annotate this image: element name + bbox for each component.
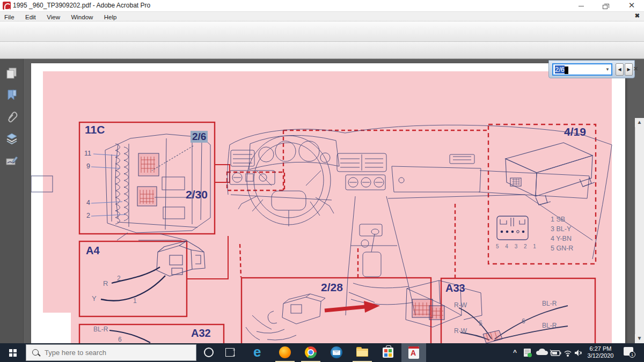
- menu-file[interactable]: File: [0, 13, 19, 21]
- a32-wire-bl-r: BL-R: [93, 326, 108, 333]
- clock-date: 3/12/2020: [584, 352, 617, 359]
- callout-2-30-label: 2/30: [186, 188, 208, 201]
- taskbar-file-explorer[interactable]: [350, 343, 375, 362]
- callout-2-28-label: 2/28: [321, 281, 343, 294]
- pinout-line-4: 5 GN-R: [551, 245, 573, 252]
- navigation-pane-sidebar: [0, 59, 24, 343]
- security-icon: [524, 349, 532, 357]
- fusebox-pin-11: 11: [78, 150, 91, 157]
- signatures-icon[interactable]: [5, 154, 18, 167]
- acrobat-icon: A: [408, 346, 419, 359]
- taskbar-edge[interactable]: e: [247, 343, 272, 362]
- wifi-icon: [565, 351, 571, 357]
- restore-button[interactable]: [595, 0, 615, 11]
- tray-icons[interactable]: [523, 348, 582, 358]
- menu-view[interactable]: View: [42, 13, 64, 21]
- callout-a33-label: A33: [445, 282, 465, 294]
- a4-wire-y: Y: [92, 294, 97, 302]
- search-icon: [32, 349, 39, 356]
- toolbar-pin-icon[interactable]: ✖: [635, 12, 640, 19]
- taskbar-firefox[interactable]: [273, 343, 297, 362]
- vertical-scrollbar[interactable]: [635, 118, 644, 362]
- a33-wire-blr-top: BL-R: [542, 300, 557, 307]
- taskbar-search-input[interactable]: [26, 344, 196, 361]
- taskbar-chrome[interactable]: [298, 343, 323, 362]
- pinout-pin-row: 5 4 3 2 1: [496, 243, 538, 249]
- search-highlight-2-6: 2/6: [191, 131, 208, 143]
- callout-11c-label: 11C: [85, 123, 105, 136]
- action-center-button[interactable]: 1: [624, 347, 634, 357]
- text-caret: [565, 67, 568, 74]
- fusebox-pin-4: 4: [82, 199, 90, 206]
- callout-a4-label: A4: [86, 245, 100, 257]
- windows-logo-icon: [9, 349, 17, 357]
- clock-time: 6:27 PM: [584, 345, 617, 352]
- fusebox-pin-9: 9: [82, 162, 90, 170]
- close-icon: ✕: [628, 1, 635, 10]
- pinout-line-2: 3 BL-Y: [551, 225, 571, 233]
- main-toolbar: Create ▼: [0, 21, 644, 42]
- page-thumbnails-icon[interactable]: [5, 67, 18, 79]
- navigation-toolbar: ▲ ▼ / 163 − + 130% ▼: [0, 42, 644, 59]
- system-tray: ^: [509, 343, 644, 362]
- find-previous-button[interactable]: ◀: [616, 63, 624, 76]
- title-bar: 1995 _960_TP3909202.pdf - Adobe Acrobat …: [0, 0, 644, 12]
- find-query-text: 2/6: [555, 65, 565, 73]
- bookmarks-icon[interactable]: [5, 88, 18, 101]
- task-view-button[interactable]: [225, 348, 235, 357]
- windows-taskbar: e: [0, 343, 644, 362]
- window-title: 1995 _960_TP3909202.pdf - Adobe Acrobat …: [13, 2, 150, 9]
- taskbar-thunderbird[interactable]: [324, 343, 349, 362]
- pdf-page[interactable]: 11C 2/6 2/30 11 9 4 2 A4 R 2 Y 1 BL-R 6 …: [31, 63, 625, 343]
- acrobat-app-icon: [3, 2, 11, 10]
- wiring-diagram-art: [31, 63, 625, 343]
- a33-wire-rw-top: R-W: [454, 301, 467, 309]
- edge-icon: e: [253, 344, 261, 360]
- menu-window[interactable]: Window: [67, 13, 97, 21]
- battery-icon: [550, 350, 561, 356]
- find-history-dropdown-icon[interactable]: ▼: [605, 67, 610, 72]
- taskbar-clock[interactable]: 6:27 PM 3/12/2020: [584, 345, 617, 359]
- find-close-button[interactable]: ✕: [633, 65, 638, 72]
- taskbar-acrobat-active[interactable]: A: [401, 343, 426, 362]
- thunderbird-icon: [331, 346, 342, 358]
- find-next-button[interactable]: ▶: [625, 63, 633, 76]
- scroll-down-arrow[interactable]: ▼: [635, 334, 644, 343]
- menu-help[interactable]: Help: [100, 13, 121, 21]
- a4-pin-1: 1: [133, 297, 137, 305]
- minimize-button[interactable]: [571, 0, 591, 11]
- callout-4-19-label: 4/19: [564, 125, 586, 138]
- taskbar-store[interactable]: [376, 343, 400, 362]
- onedrive-cloud-icon: [536, 349, 548, 355]
- microsoft-store-icon: [383, 348, 393, 358]
- a4-pin-2: 2: [117, 275, 121, 282]
- hidden-icons-chevron[interactable]: ^: [513, 349, 517, 356]
- firefox-icon: [279, 346, 291, 358]
- callout-a32-label: A32: [191, 327, 211, 339]
- a4-wire-r: R: [103, 279, 108, 287]
- fusebox-pin-2: 2: [82, 212, 90, 219]
- find-toolbar: 2/6 ▼ ◀ ▶ ✕: [548, 60, 635, 78]
- a33-pin-6: 6: [522, 317, 525, 325]
- a32-pin-6: 6: [118, 336, 122, 343]
- minimize-icon: [579, 6, 584, 6]
- scroll-up-arrow[interactable]: ▲: [635, 118, 644, 127]
- close-button[interactable]: ✕: [621, 0, 642, 11]
- pinout-line-3: 4 Y-BN: [551, 235, 572, 242]
- menu-edit[interactable]: Edit: [21, 13, 40, 21]
- a33-wire-blr-bottom: BL-R: [542, 322, 557, 329]
- start-button[interactable]: [0, 343, 26, 362]
- a33-pin-5: 5: [479, 320, 482, 327]
- restore-icon: [603, 5, 608, 9]
- find-input[interactable]: 2/6 ▼: [552, 63, 612, 76]
- a33-wire-rw-bottom: R-W: [454, 327, 467, 335]
- attachments-icon[interactable]: [5, 110, 18, 123]
- cortana-button[interactable]: [204, 348, 214, 357]
- document-area: 11C 2/6 2/30 11 9 4 2 A4 R 2 Y 1 BL-R 6 …: [0, 59, 644, 343]
- pinout-line-1: 1 SB: [551, 216, 565, 223]
- volume-muted-icon: [575, 350, 582, 356]
- acrobat-window: 1995 _960_TP3909202.pdf - Adobe Acrobat …: [0, 0, 644, 362]
- chrome-icon: [305, 346, 317, 358]
- layers-icon[interactable]: [5, 132, 18, 145]
- menu-bar: File Edit View Window Help ✖: [0, 12, 644, 21]
